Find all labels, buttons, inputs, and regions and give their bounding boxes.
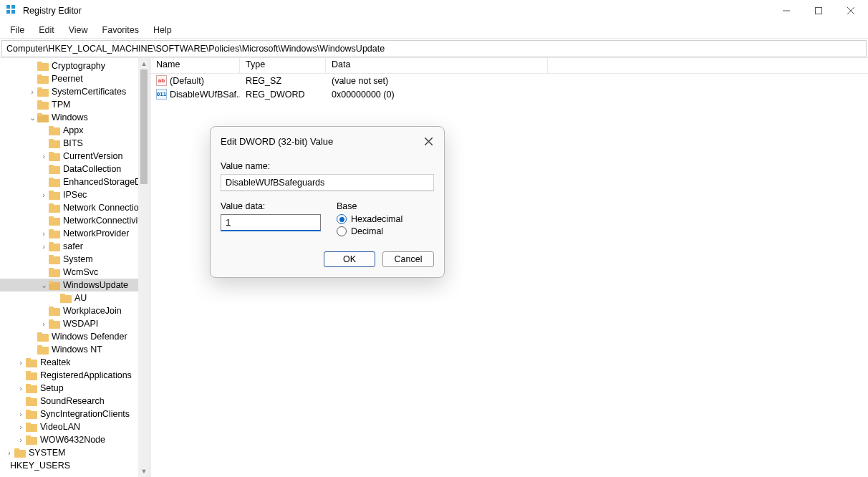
close-button[interactable] xyxy=(834,0,867,21)
folder-icon xyxy=(37,62,49,71)
tree-item[interactable]: ›IPSec xyxy=(0,188,150,201)
address-bar[interactable]: Computer\HKEY_LOCAL_MACHINE\SOFTWARE\Pol… xyxy=(1,40,867,57)
chevron-right-icon[interactable]: › xyxy=(16,410,26,418)
folder-icon xyxy=(49,178,60,187)
tree-item-label: Windows xyxy=(52,112,88,122)
tree-item[interactable]: ›SYSTEM xyxy=(0,446,150,459)
regedit-icon xyxy=(6,4,17,18)
chevron-right-icon[interactable]: › xyxy=(16,435,26,444)
tree-item-label: NetworkProvider xyxy=(63,228,129,238)
ok-button[interactable]: OK xyxy=(324,251,375,267)
tree-item[interactable]: ›Realtek xyxy=(0,356,150,369)
menu-file[interactable]: File xyxy=(3,24,32,37)
tree-item[interactable]: ›VideoLAN xyxy=(0,420,150,433)
folder-icon xyxy=(37,74,49,84)
tree-item-label: SystemCertificates xyxy=(52,87,126,97)
chevron-right-icon[interactable]: › xyxy=(39,191,49,199)
menu-favorites[interactable]: Favorites xyxy=(95,24,146,37)
folder-icon xyxy=(26,397,37,406)
tree-scrollbar[interactable]: ▲ ▼ xyxy=(138,58,150,477)
menu-help[interactable]: Help xyxy=(146,24,179,37)
menu-view[interactable]: View xyxy=(62,24,95,37)
window-title: Registry Editor xyxy=(23,6,82,16)
tree-item[interactable]: ›WOW6432Node xyxy=(0,433,150,446)
column-name[interactable]: Name xyxy=(150,58,240,73)
value-data: (value not set) xyxy=(326,76,548,86)
tree-item[interactable]: AU xyxy=(0,292,150,304)
chevron-right-icon[interactable]: › xyxy=(39,229,49,238)
tree-item[interactable]: RegisteredApplications xyxy=(0,369,150,382)
tree-item[interactable]: Appx xyxy=(0,124,150,137)
tree-item[interactable]: ⌄Windows xyxy=(0,111,150,124)
tree-item[interactable]: ›SyncIntegrationClients xyxy=(0,408,150,420)
tree-item-label: WSDAPI xyxy=(63,319,98,329)
dialog-close-button[interactable] xyxy=(421,134,435,148)
tree-item[interactable]: Cryptography xyxy=(0,59,150,72)
folder-icon xyxy=(60,294,72,303)
value-type: REG_SZ xyxy=(240,76,326,86)
chevron-right-icon[interactable]: › xyxy=(39,319,49,328)
folder-icon xyxy=(26,423,37,432)
column-type[interactable]: Type xyxy=(240,58,326,73)
folder-icon xyxy=(49,281,60,290)
tree-item-label: AU xyxy=(74,293,87,303)
tree-item-label: System xyxy=(63,254,93,264)
chevron-right-icon[interactable]: › xyxy=(39,152,49,160)
tree-item[interactable]: DataCollection xyxy=(0,163,150,175)
chevron-down-icon[interactable]: ⌄ xyxy=(27,113,37,122)
folder-icon xyxy=(49,307,60,316)
chevron-right-icon[interactable]: › xyxy=(16,423,26,431)
menu-edit[interactable]: Edit xyxy=(32,24,62,37)
radio-decimal[interactable]: Decimal xyxy=(337,226,402,236)
scroll-down-icon[interactable]: ▼ xyxy=(138,466,150,477)
close-icon xyxy=(425,138,433,145)
radio-icon xyxy=(337,214,347,224)
minimize-button[interactable] xyxy=(770,0,802,21)
folder-icon xyxy=(49,126,60,135)
tree-item[interactable]: ›safer xyxy=(0,240,150,253)
tree-item[interactable]: WorkplaceJoin xyxy=(0,304,150,317)
tree-item[interactable]: ›SystemCertificates xyxy=(0,85,150,98)
tree-item-label: WOW6432Node xyxy=(40,435,105,445)
tree-item[interactable]: Windows NT xyxy=(0,343,150,356)
tree-item[interactable]: BITS xyxy=(0,137,150,150)
tree-item[interactable]: Network Connections xyxy=(0,201,150,214)
tree-item[interactable]: Peernet xyxy=(0,72,150,85)
tree-item[interactable]: ›WSDAPI xyxy=(0,317,150,330)
folder-icon xyxy=(37,87,49,97)
registry-value-row[interactable]: ab(Default)REG_SZ(value not set) xyxy=(150,74,868,87)
scroll-up-icon[interactable]: ▲ xyxy=(138,58,150,69)
radio-hexadecimal[interactable]: Hexadecimal xyxy=(337,214,402,224)
tree-item[interactable]: SoundResearch xyxy=(0,395,150,408)
tree-item[interactable]: NetworkConnectivityS xyxy=(0,214,150,227)
tree-item[interactable]: EnhancedStorageDevi xyxy=(0,175,150,188)
chevron-right-icon[interactable]: › xyxy=(16,358,26,367)
value-name-field[interactable]: DisableWUfBSafeguards xyxy=(221,174,434,191)
tree-item[interactable]: WcmSvc xyxy=(0,266,150,279)
tree-item[interactable]: HKEY_USERS xyxy=(0,459,150,472)
scroll-thumb[interactable] xyxy=(140,69,148,184)
address-path: Computer\HKEY_LOCAL_MACHINE\SOFTWARE\Pol… xyxy=(6,44,385,54)
tree-item[interactable]: Windows Defender xyxy=(0,330,150,343)
tree-item[interactable]: ›CurrentVersion xyxy=(0,150,150,163)
tree-item[interactable]: ⌄WindowsUpdate xyxy=(0,279,150,292)
folder-icon xyxy=(49,216,60,226)
chevron-down-icon[interactable]: ⌄ xyxy=(39,281,49,290)
tree-item[interactable]: ›NetworkProvider xyxy=(0,227,150,240)
maximize-button[interactable] xyxy=(802,0,834,21)
value-data-input[interactable] xyxy=(221,214,321,231)
tree-item-label: Cryptography xyxy=(52,61,105,71)
tree-item-label: Appx xyxy=(63,125,84,135)
registry-value-row[interactable]: 011DisableWUfBSaf...REG_DWORD0x00000000 … xyxy=(150,87,868,101)
tree-item[interactable]: TPM xyxy=(0,98,150,111)
tree-item[interactable]: System xyxy=(0,253,150,266)
tree-item[interactable]: ›Setup xyxy=(0,382,150,395)
cancel-button[interactable]: Cancel xyxy=(382,251,434,267)
svg-rect-5 xyxy=(815,8,821,14)
chevron-right-icon[interactable]: › xyxy=(27,87,37,96)
chevron-right-icon[interactable]: › xyxy=(16,384,26,392)
chevron-right-icon[interactable]: › xyxy=(39,242,49,251)
string-value-icon: ab xyxy=(156,75,167,86)
chevron-right-icon[interactable]: › xyxy=(4,448,14,457)
column-data[interactable]: Data xyxy=(326,58,548,73)
